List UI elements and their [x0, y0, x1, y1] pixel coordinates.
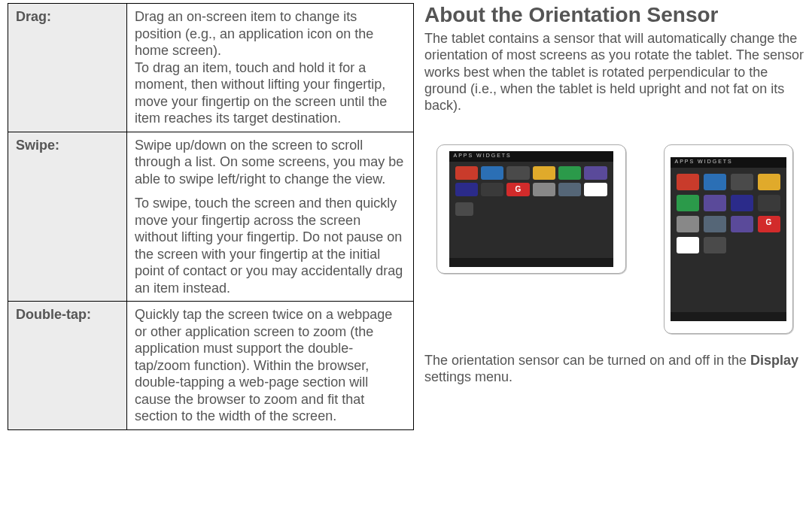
status-bar: APPS WIDGETS: [671, 157, 786, 168]
app-icon: [704, 216, 726, 232]
nav-bar: [449, 258, 613, 267]
app-icon: [584, 183, 607, 196]
app-icon: [704, 237, 726, 253]
app-icon-g: G: [506, 183, 529, 196]
gesture-desc-text: Drag an on-screen item to change its pos…: [135, 9, 373, 58]
table-row: Drag: Drag an on-screen item to change i…: [8, 4, 414, 132]
app-icon: [558, 166, 581, 180]
status-bar: APPS WIDGETS: [449, 151, 613, 162]
app-icon: [731, 174, 753, 190]
left-column: Drag: Drag an on-screen item to change i…: [8, 3, 414, 523]
app-icon-grid: G: [671, 168, 786, 259]
app-icon-g: G: [758, 216, 780, 232]
app-icon: [677, 195, 699, 211]
table-row: Double-tap: Quickly tap the screen twice…: [8, 302, 414, 430]
app-icon: [677, 216, 699, 232]
app-icon: [584, 166, 607, 180]
app-icon: [558, 183, 581, 196]
app-icon: [481, 166, 503, 180]
gesture-desc-text: Swipe up/down on the screen to scroll th…: [135, 138, 403, 187]
gesture-desc-doubletap: Quickly tap the screen twice on a webpag…: [127, 302, 414, 430]
app-icon: [481, 183, 503, 196]
gesture-desc-drag: Drag an on-screen item to change its pos…: [127, 4, 414, 132]
app-icon: [533, 183, 555, 196]
section-heading: About the Orientation Sensor: [424, 3, 804, 27]
tablet-landscape-illustration: APPS WIDGETS G: [436, 144, 626, 274]
app-icon: [455, 183, 478, 196]
app-icon: [731, 216, 753, 232]
app-icon: [677, 174, 699, 190]
app-icon: [677, 237, 699, 253]
gesture-desc-swipe: Swipe up/down on the screen to scroll th…: [127, 132, 414, 302]
app-icon-grid: G: [449, 162, 613, 201]
tablet-screen: APPS WIDGETS G: [671, 157, 786, 321]
gesture-table: Drag: Drag an on-screen item to change i…: [8, 3, 414, 430]
app-icon: [506, 166, 529, 180]
gesture-desc-text: Quickly tap the screen twice on a webpag…: [135, 307, 392, 423]
tablet-screen: APPS WIDGETS G: [449, 151, 613, 267]
footer-text-bold: Display: [750, 353, 798, 368]
gesture-term-swipe: Swipe:: [8, 132, 127, 302]
app-icon: [455, 166, 478, 180]
gesture-term-doubletap: Double-tap:: [8, 302, 127, 430]
app-icon: [704, 174, 726, 190]
gesture-desc-text: To drag an item, touch and hold it for a…: [135, 60, 387, 126]
table-row: Swipe: Swipe up/down on the screen to sc…: [8, 132, 414, 302]
tablet-portrait-illustration: APPS WIDGETS G: [664, 144, 793, 334]
orientation-footer: The orientation sensor can be turned on …: [424, 352, 804, 386]
app-icon: [455, 202, 473, 216]
footer-text-post: settings menu.: [424, 369, 512, 384]
gesture-desc-text: To swipe, touch the screen and then quic…: [135, 196, 403, 296]
right-column: About the Orientation Sensor The tablet …: [424, 3, 804, 523]
app-icon: [704, 195, 726, 211]
app-icon: [758, 195, 780, 211]
tablet-illustration-row: APPS WIDGETS G: [424, 122, 804, 352]
app-icon: [731, 195, 753, 211]
footer-text-pre: The orientation sensor can be turned on …: [424, 353, 750, 368]
app-icon: [533, 166, 555, 180]
orientation-intro: The tablet contains a sensor that will a…: [424, 30, 804, 114]
app-icon: [758, 174, 780, 190]
paragraph-gap: [135, 187, 406, 195]
app-row: [449, 201, 613, 217]
nav-bar: [671, 312, 786, 321]
gesture-term-drag: Drag:: [8, 4, 127, 132]
